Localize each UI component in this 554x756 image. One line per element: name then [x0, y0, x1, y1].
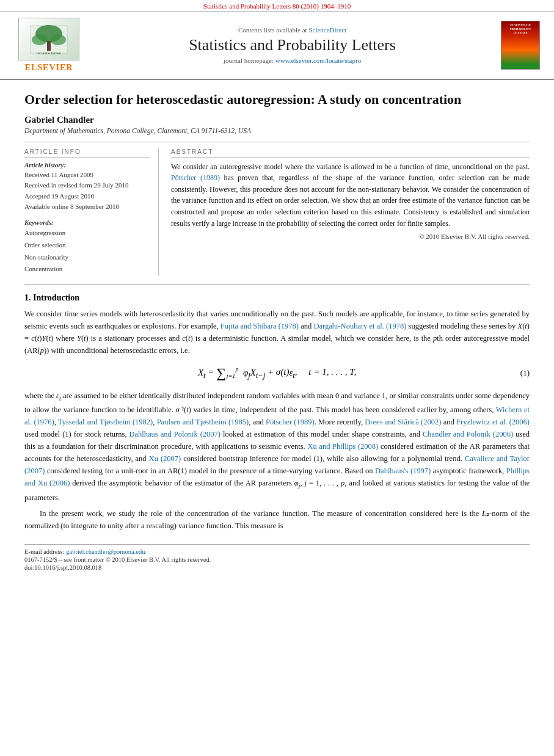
- contents-available-line: Contents lists available at ScienceDirec…: [238, 26, 346, 34]
- available-date: Available online 8 September 2010: [24, 202, 150, 213]
- fujita-shibara-ref[interactable]: Fujita and Shibara (1978): [221, 322, 299, 330]
- sciencedirect-link[interactable]: ScienceDirect: [308, 26, 346, 34]
- tree-logo: ne lasne lumen: [18, 18, 79, 60]
- received-date: Received 11 August 2009: [24, 170, 150, 181]
- elsevier-wordmark: ELSEVIER: [25, 63, 73, 73]
- abstract-divider: [24, 284, 530, 285]
- equation-1: Xt = ∑j=1p φjXt−j + σ(t)εt, t = 1, . . .…: [198, 365, 356, 381]
- cover-art: STATISTICS &PROBABILITYLETTERS: [501, 21, 540, 70]
- abstract-header: ABSTRACT: [171, 148, 530, 158]
- keyword-4: Concentration: [24, 263, 150, 275]
- cover-text: STATISTICS &PROBABILITYLETTERS: [509, 23, 531, 35]
- doi-footnote: doi:10.1016/j.spl.2010.08.018: [24, 564, 530, 571]
- xu-phillips-ref[interactable]: Xu and Phillips (2008): [307, 442, 378, 451]
- tyssedal-ref[interactable]: Tyssedal and Tjøstheim (1982): [58, 418, 153, 426]
- journal-homepage: journal homepage: www.elsevier.com/locat…: [224, 57, 361, 64]
- homepage-url-link[interactable]: www.elsevier.com/locate/stapro: [275, 57, 361, 64]
- journal-title: Statistics and Probability Letters: [189, 36, 396, 54]
- issn-footnote: 0167-7152/$ – see front matter © 2010 El…: [24, 556, 530, 563]
- equation-1-number: (1): [520, 368, 530, 378]
- potscher-1989-ref[interactable]: Pötscher (1989): [171, 173, 220, 182]
- dahlhaus-1997-ref[interactable]: Dahlhaus's (1997): [375, 467, 431, 475]
- author-affiliation: Department of Mathematics, Pomona Colleg…: [24, 127, 530, 134]
- article-area: Order selection for heteroscedastic auto…: [0, 80, 554, 584]
- keyword-1: Autoregression: [24, 227, 150, 239]
- elsevier-logo-area: ne lasne lumen ELSEVIER: [12, 18, 86, 73]
- copyright-notice: © 2010 Elsevier B.V. All rights reserved…: [171, 233, 530, 240]
- equation-1-block: Xt = ∑j=1p φjXt−j + σ(t)εt, t = 1, . . .…: [24, 365, 530, 381]
- keyword-3: Non-stationarity: [24, 252, 150, 264]
- article-info-header: ARTICLE INFO: [24, 148, 150, 158]
- journal-volume-info: Statistics and Probability Letters 80 (2…: [0, 0, 554, 12]
- article-title: Order selection for heteroscedastic auto…: [24, 91, 530, 109]
- phillips-xu-ref[interactable]: Phillips and Xu (2006): [24, 467, 530, 487]
- email-footnote: E-mail address: gabriel.chandler@pomona.…: [24, 548, 530, 555]
- keyword-list: Autoregression Order selection Non-stati…: [24, 227, 150, 275]
- intro-para-1: We consider time series models with hete…: [24, 308, 530, 357]
- keywords-label: Keywords:: [24, 219, 150, 226]
- email-link[interactable]: gabriel.chandler@pomona.edu.: [66, 548, 147, 555]
- dahlhaus-polonik-ref[interactable]: Dahlhaus and Polonik (2007): [129, 430, 221, 438]
- abstract-text: We consider an autoregressive model wher…: [171, 161, 530, 230]
- contents-label: Contents lists available at: [238, 26, 308, 34]
- journal-center-info: Contents lists available at ScienceDirec…: [92, 18, 493, 73]
- svg-point-2: [32, 34, 48, 45]
- accepted-date: Accepted 19 August 2010: [24, 191, 150, 202]
- dargahi-ref[interactable]: Dargahi-Noubary et al. (1978): [313, 322, 406, 330]
- xu-2007-ref[interactable]: Xu (2007): [149, 454, 181, 463]
- potscher-1989-ref2[interactable]: Pötscher (1989): [266, 418, 315, 426]
- keyword-2: Order selection: [24, 239, 150, 252]
- drees-ref[interactable]: Drees and Stărică (2002): [365, 418, 441, 426]
- footnote-area: E-mail address: gabriel.chandler@pomona.…: [24, 544, 530, 571]
- homepage-label: journal homepage:: [224, 57, 275, 64]
- paulsen-ref[interactable]: Paulsen and Tjøstheim (1985): [157, 418, 249, 426]
- fryzlewicz-ref[interactable]: Fryzlewicz et al. (2006): [456, 418, 530, 426]
- revised-date: Received in revised form 20 July 2010: [24, 180, 150, 191]
- intro-para-3: In the present work, we study the role o…: [24, 507, 530, 532]
- elsevier-tree-icon: ne lasne lumen: [24, 23, 73, 56]
- email-label: E-mail address:: [24, 548, 66, 555]
- article-info-column: ARTICLE INFO Article history: Received 1…: [24, 148, 159, 276]
- svg-text:ne lasne lumen: ne lasne lumen: [37, 51, 62, 55]
- author-name: Gabriel Chandler: [24, 115, 530, 125]
- intro-para-2: where the εt are assumed to be either id…: [24, 390, 530, 503]
- chandler-polonik-ref[interactable]: Chandler and Polonik (2006): [423, 430, 513, 438]
- volume-text: Statistics and Probability Letters 80 (2…: [203, 2, 351, 10]
- title-divider: [24, 142, 530, 142]
- svg-point-3: [50, 34, 66, 45]
- cavaliere-taylor-ref[interactable]: Cavaliere and Taylor (2007): [24, 454, 530, 475]
- info-abstract-columns: ARTICLE INFO Article history: Received 1…: [24, 148, 530, 276]
- abstract-column: ABSTRACT We consider an autoregressive m…: [171, 148, 530, 276]
- journal-header: ne lasne lumen ELSEVIER Contents lists a…: [0, 12, 554, 80]
- svg-rect-4: [47, 41, 51, 51]
- article-history-label: Article history:: [24, 161, 150, 169]
- and-text: and: [136, 454, 147, 463]
- intro-heading: 1. Introduction: [24, 293, 530, 303]
- journal-cover-image: STATISTICS &PROBABILITYLETTERS: [499, 18, 542, 73]
